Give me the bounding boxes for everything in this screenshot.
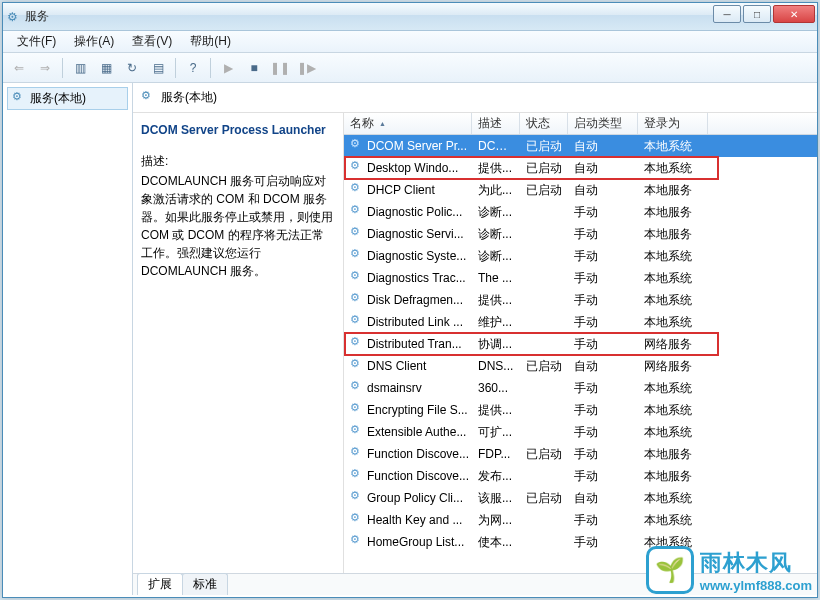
table-row[interactable]: Diagnostic Syste...诊断...手动本地系统 bbox=[344, 245, 817, 267]
svc-logon: 本地系统 bbox=[638, 422, 708, 443]
window-title: 服务 bbox=[25, 8, 813, 25]
svc-logon: 本地系统 bbox=[638, 378, 708, 399]
svc-desc: 可扩... bbox=[472, 422, 520, 443]
forward-button[interactable]: ⇒ bbox=[33, 56, 57, 80]
table-row[interactable]: Distributed Link ...维护...手动本地系统 bbox=[344, 311, 817, 333]
svc-desc: 使本... bbox=[472, 532, 520, 553]
tab-extended[interactable]: 扩展 bbox=[137, 573, 183, 595]
svc-name: Diagnostics Trac... bbox=[367, 271, 466, 285]
svc-logon: 本地系统 bbox=[638, 290, 708, 311]
gear-icon bbox=[350, 161, 364, 175]
col-desc[interactable]: 描述 bbox=[472, 113, 520, 134]
svc-logon: 本地系统 bbox=[638, 136, 708, 157]
svc-logon: 网络服务 bbox=[638, 356, 708, 377]
gear-icon bbox=[350, 359, 364, 373]
show-hide-tree-button[interactable]: ▥ bbox=[68, 56, 92, 80]
separator bbox=[175, 58, 176, 78]
svc-desc: DNS... bbox=[472, 357, 520, 375]
svc-status: 已启动 bbox=[520, 444, 568, 465]
restart-button[interactable]: ❚▶ bbox=[294, 56, 318, 80]
menu-view[interactable]: 查看(V) bbox=[124, 31, 180, 52]
svc-logon: 网络服务 bbox=[638, 334, 708, 355]
refresh-button[interactable]: ↻ bbox=[120, 56, 144, 80]
table-row[interactable]: Diagnostic Servi...诊断...手动本地服务 bbox=[344, 223, 817, 245]
gear-icon bbox=[350, 513, 364, 527]
right-pane: 服务(本地) DCOM Server Process Launcher 描述: … bbox=[133, 83, 817, 595]
table-row[interactable]: Disk Defragmen...提供...手动本地系统 bbox=[344, 289, 817, 311]
svc-name: Disk Defragmen... bbox=[367, 293, 463, 307]
table-row[interactable]: DHCP Client为此...已启动自动本地服务 bbox=[344, 179, 817, 201]
gear-icon bbox=[350, 271, 364, 285]
table-row[interactable]: Function Discove...FDP...已启动手动本地服务 bbox=[344, 443, 817, 465]
properties-button[interactable]: ▦ bbox=[94, 56, 118, 80]
separator bbox=[210, 58, 211, 78]
table-row[interactable]: Diagnostics Trac...The ...手动本地系统 bbox=[344, 267, 817, 289]
col-startup[interactable]: 启动类型 bbox=[568, 113, 638, 134]
svc-logon: 本地系统 bbox=[638, 510, 708, 531]
svc-startup: 自动 bbox=[568, 158, 638, 179]
watermark-brand: 雨林木风 bbox=[700, 548, 792, 578]
col-status[interactable]: 状态 bbox=[520, 113, 568, 134]
tab-standard[interactable]: 标准 bbox=[182, 573, 228, 595]
menu-action[interactable]: 操作(A) bbox=[66, 31, 122, 52]
svc-startup: 自动 bbox=[568, 488, 638, 509]
svc-startup: 手动 bbox=[568, 422, 638, 443]
svc-desc: DCO... bbox=[472, 137, 520, 155]
svc-startup: 自动 bbox=[568, 136, 638, 157]
svc-status bbox=[520, 298, 568, 302]
svc-desc: 提供... bbox=[472, 158, 520, 179]
svc-status: 已启动 bbox=[520, 488, 568, 509]
table-row[interactable]: DNS ClientDNS...已启动自动网络服务 bbox=[344, 355, 817, 377]
maximize-button[interactable]: □ bbox=[743, 5, 771, 23]
svc-startup: 手动 bbox=[568, 290, 638, 311]
col-name[interactable]: 名称 bbox=[344, 113, 472, 134]
table-row[interactable]: dsmainsrv360...手动本地系统 bbox=[344, 377, 817, 399]
gear-icon bbox=[350, 491, 364, 505]
svc-startup: 自动 bbox=[568, 356, 638, 377]
rows-container[interactable]: DCOM Server Pr...DCO...已启动自动本地系统Desktop … bbox=[344, 135, 817, 573]
svc-name: Desktop Windo... bbox=[367, 161, 458, 175]
description-text: DCOMLAUNCH 服务可启动响应对象激活请求的 COM 和 DCOM 服务器… bbox=[141, 172, 335, 280]
export-button[interactable]: ▤ bbox=[146, 56, 170, 80]
svc-status: 已启动 bbox=[520, 158, 568, 179]
menubar: 文件(F) 操作(A) 查看(V) 帮助(H) bbox=[3, 31, 817, 53]
start-button[interactable]: ▶ bbox=[216, 56, 240, 80]
watermark: 🌱 雨林木风 www.ylmf888.com bbox=[646, 546, 812, 594]
svc-name: dsmainsrv bbox=[367, 381, 422, 395]
help-button[interactable]: ? bbox=[181, 56, 205, 80]
table-row[interactable]: Health Key and ...为网...手动本地系统 bbox=[344, 509, 817, 531]
gear-icon bbox=[350, 227, 364, 241]
table-row[interactable]: Diagnostic Polic...诊断...手动本地服务 bbox=[344, 201, 817, 223]
menu-file[interactable]: 文件(F) bbox=[9, 31, 64, 52]
svc-desc: 提供... bbox=[472, 400, 520, 421]
minimize-button[interactable]: ─ bbox=[713, 5, 741, 23]
titlebar[interactable]: 服务 ─ □ ✕ bbox=[3, 3, 817, 31]
services-list: 名称 描述 状态 启动类型 登录为 DCOM Server Pr...DCO..… bbox=[343, 113, 817, 573]
gear-icon bbox=[350, 293, 364, 307]
svc-startup: 手动 bbox=[568, 510, 638, 531]
list-header: 名称 描述 状态 启动类型 登录为 bbox=[344, 113, 817, 135]
watermark-url: www.ylmf888.com bbox=[700, 578, 812, 593]
svc-startup: 手动 bbox=[568, 444, 638, 465]
svc-status bbox=[520, 210, 568, 214]
table-row[interactable]: Distributed Tran...协调...手动网络服务 bbox=[344, 333, 817, 355]
table-row[interactable]: Desktop Windo...提供...已启动自动本地系统 bbox=[344, 157, 817, 179]
svc-status: 已启动 bbox=[520, 356, 568, 377]
content: DCOM Server Process Launcher 描述: DCOMLAU… bbox=[133, 113, 817, 573]
table-row[interactable]: Group Policy Cli...该服...已启动自动本地系统 bbox=[344, 487, 817, 509]
svc-startup: 手动 bbox=[568, 378, 638, 399]
svc-startup: 手动 bbox=[568, 202, 638, 223]
pause-button[interactable]: ❚❚ bbox=[268, 56, 292, 80]
menu-help[interactable]: 帮助(H) bbox=[182, 31, 239, 52]
stop-button[interactable]: ■ bbox=[242, 56, 266, 80]
table-row[interactable]: Extensible Authe...可扩...手动本地系统 bbox=[344, 421, 817, 443]
close-button[interactable]: ✕ bbox=[773, 5, 815, 23]
back-button[interactable]: ⇐ bbox=[7, 56, 31, 80]
table-row[interactable]: DCOM Server Pr...DCO...已启动自动本地系统 bbox=[344, 135, 817, 157]
col-logon[interactable]: 登录为 bbox=[638, 113, 708, 134]
description-label: 描述: bbox=[141, 153, 335, 170]
svc-name: DCOM Server Pr... bbox=[367, 139, 467, 153]
tree-root-item[interactable]: 服务(本地) bbox=[7, 87, 128, 110]
table-row[interactable]: Encrypting File S...提供...手动本地系统 bbox=[344, 399, 817, 421]
table-row[interactable]: Function Discove...发布...手动本地服务 bbox=[344, 465, 817, 487]
